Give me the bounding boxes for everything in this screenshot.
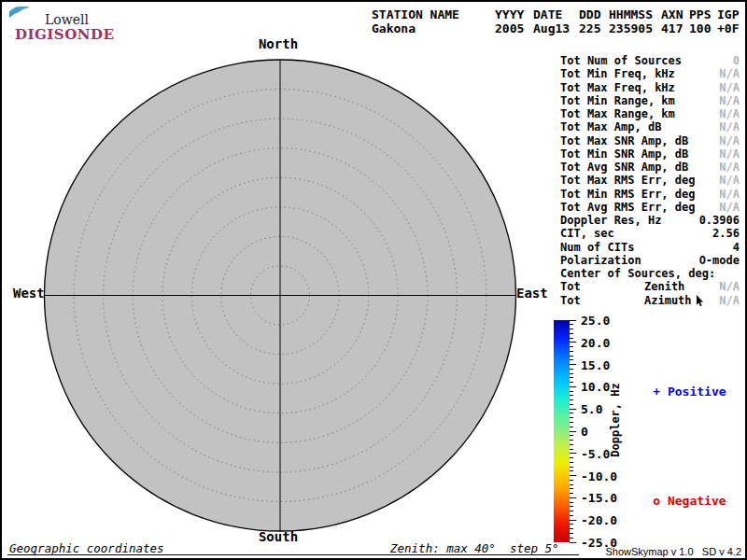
colorbar-major-tick xyxy=(570,475,576,476)
header-col-value: Aug13 xyxy=(533,21,579,35)
stats-label: Polarization xyxy=(560,254,641,267)
colorbar-minor-tick xyxy=(570,351,573,352)
colorbar-minor-tick xyxy=(570,324,573,325)
colorbar-tick-label: 25.0 xyxy=(581,314,610,328)
colorbar-minor-tick xyxy=(570,440,573,441)
colorbar-minor-tick xyxy=(570,404,573,405)
colorbar-minor-tick xyxy=(570,333,573,334)
header-col-value: Gakona xyxy=(372,21,495,35)
stats-value: N/A xyxy=(719,94,740,107)
colorbar-minor-tick xyxy=(570,359,573,360)
stats-value: N/A xyxy=(719,134,740,147)
mouse-cursor-icon xyxy=(696,295,704,310)
colorbar-major-tick xyxy=(570,542,576,543)
colorbar-minor-tick xyxy=(570,391,573,392)
skymap-polar-plot xyxy=(37,53,523,539)
colorbar-minor-tick xyxy=(570,399,573,400)
stats-row: Tot Min Freq, kHzN/A xyxy=(558,67,741,80)
colorbar-minor-tick xyxy=(570,470,573,471)
colorbar-tick-label: -10.0 xyxy=(581,469,617,483)
stats-row: Tot Avg SNR Amp, dBN/A xyxy=(558,161,741,174)
direction-label-south: South xyxy=(259,529,298,544)
lowell-digisonde-logo: Lowell DIGISONDE xyxy=(9,6,131,43)
colorbar-minor-tick xyxy=(570,338,573,339)
positive-marker-icon: + xyxy=(653,385,660,399)
colorbar-tick-label: -15.0 xyxy=(581,491,617,505)
colorbar-minor-tick xyxy=(570,488,573,489)
stats-row: Tot Min Range, kmN/A xyxy=(558,94,741,107)
stats-value: N/A xyxy=(719,107,740,120)
header-col-igp: IGP+0F xyxy=(717,7,740,35)
colorbar-minor-tick xyxy=(570,480,573,481)
stats-label: Tot Avg SNR Amp, dB xyxy=(560,161,688,174)
stats-label: Tot Num of Sources xyxy=(560,54,682,67)
header-col-label: DDD xyxy=(579,7,609,21)
stats-label: Tot Max RMS Err, deg xyxy=(560,174,696,187)
colorbar-major-tick xyxy=(570,453,576,454)
colorbar-major-tick xyxy=(570,409,576,410)
colorbar-tick-label: -20.0 xyxy=(581,513,617,527)
header-col-ddd: DDD225 xyxy=(579,7,609,35)
colorbar-minor-tick xyxy=(570,417,573,418)
stats-row: Tot Num of Sources0 xyxy=(558,54,741,67)
stats-row: Num of CITs4 xyxy=(558,241,741,254)
stats-row: Tot Min RMS Err, degN/A xyxy=(558,188,741,201)
colorbar-minor-tick xyxy=(570,449,573,450)
stats-row: CIT, sec2.56 xyxy=(558,227,741,240)
header-col-label: IGP xyxy=(717,7,740,21)
header-col-axn: AXN417 xyxy=(661,7,689,35)
colorbar-minor-tick xyxy=(570,502,573,503)
colorbar-tick-label: 10.0 xyxy=(581,380,610,394)
stats-label: CIT, sec xyxy=(560,227,614,240)
colorbar-major-tick xyxy=(570,364,576,365)
stats-label: Tot Max Freq, kHz xyxy=(560,81,675,94)
colorbar-minor-tick xyxy=(570,413,573,413)
legend-negative: o Negative xyxy=(624,480,726,522)
direction-label-east: East xyxy=(516,286,548,301)
stats-label: Tot xyxy=(560,294,581,307)
header-col-label: PPS xyxy=(689,7,717,21)
stats-label: Tot Max SNR Amp, dB xyxy=(560,134,688,147)
stats-row: PolarizationO-mode xyxy=(558,254,741,267)
header-col-pps: PPS100 xyxy=(689,7,717,35)
stats-sublabel: Zenith xyxy=(644,280,684,293)
stats-value: N/A xyxy=(719,174,740,187)
colorbar-major-tick xyxy=(570,497,576,498)
colorbar-minor-tick xyxy=(570,528,573,529)
colorbar-minor-tick xyxy=(570,382,573,383)
header-col-label: YYYY xyxy=(495,7,533,21)
stats-label: Center of Sources, deg: xyxy=(560,267,715,280)
header-col-date: DATEAug13 xyxy=(533,7,579,35)
colorbar-major-tick xyxy=(570,386,576,387)
colorbar-minor-tick xyxy=(570,346,573,347)
colorbar-minor-tick xyxy=(570,373,573,374)
stats-label: Tot xyxy=(560,280,581,293)
colorbar-minor-tick xyxy=(570,524,573,525)
colorbar-minor-tick xyxy=(570,444,573,445)
version-label: ShowSkymap v 1.0 SD v 4.2 xyxy=(605,546,741,557)
colorbar-tick-label: 20.0 xyxy=(581,336,610,350)
stats-row: TotAzimuthN/A xyxy=(558,294,741,307)
colorbar-minor-tick xyxy=(570,538,573,539)
colorbar-major-tick xyxy=(570,431,576,432)
negative-marker-icon: o xyxy=(653,494,660,508)
stats-row: Tot Max Range, kmN/A xyxy=(558,107,741,120)
colorbar-minor-tick xyxy=(570,457,573,458)
stats-value: 4 xyxy=(733,241,740,254)
colorbar-tick-label: 0 xyxy=(581,425,588,439)
colorbar-minor-tick xyxy=(570,356,573,357)
stats-row: Tot Max Amp, dBN/A xyxy=(558,120,741,133)
colorbar-minor-tick xyxy=(570,506,573,507)
header-col-value: 2005 xyxy=(495,21,533,35)
legend-positive: + Positive xyxy=(624,371,726,413)
colorbar-minor-tick xyxy=(570,533,573,534)
app-window: Lowell DIGISONDE STATION NAMEGakonaYYYY2… xyxy=(0,0,747,560)
header-col-value: 225 xyxy=(579,21,609,35)
colorbar-minor-tick xyxy=(570,427,573,427)
header-col-hhmmss: HHMMSS235905 xyxy=(609,7,661,35)
colorbar-minor-tick xyxy=(570,462,573,463)
colorbar-tick-label: -5.0 xyxy=(581,447,610,461)
header-col-yyyy: YYYY2005 xyxy=(495,7,533,35)
stats-label: Doppler Res, Hz xyxy=(560,214,661,227)
stats-value: O-mode xyxy=(699,254,740,267)
